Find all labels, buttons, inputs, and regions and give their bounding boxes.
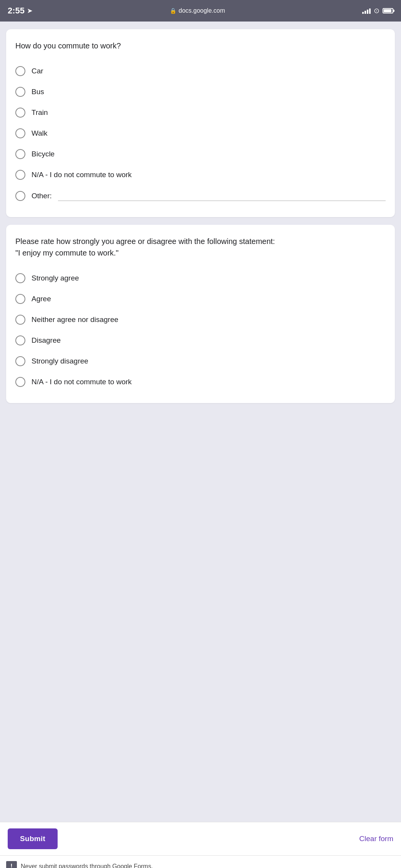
label-agree: Agree	[31, 295, 51, 303]
radio-train[interactable]	[15, 108, 25, 118]
bottom-bar: Submit Clear form	[0, 822, 401, 855]
question-1-text: How do you commute to work?	[15, 40, 386, 51]
submit-button[interactable]: Submit	[8, 828, 58, 849]
radio-disagree[interactable]	[15, 335, 25, 345]
label-walk: Walk	[31, 129, 48, 138]
warning-bar: ! Never submit passwords through Google …	[0, 855, 401, 868]
option-na2[interactable]: N/A - I do not commute to work	[15, 372, 386, 392]
option-agree[interactable]: Agree	[15, 289, 386, 309]
label-disagree: Disagree	[31, 336, 61, 345]
question-2-text: Please rate how strongly you agree or di…	[15, 236, 386, 259]
option-strongly-agree[interactable]: Strongly agree	[15, 268, 386, 289]
radio-strongly-agree[interactable]	[15, 273, 25, 283]
option-walk[interactable]: Walk	[15, 123, 386, 144]
battery-icon	[383, 8, 393, 13]
radio-bus[interactable]	[15, 87, 25, 97]
option-strongly-disagree[interactable]: Strongly disagree	[15, 351, 386, 372]
question-1-card: How do you commute to work? Car Bus Trai…	[6, 29, 395, 217]
lock-icon: 🔒	[170, 8, 176, 14]
option-neither[interactable]: Neither agree nor disagree	[15, 309, 386, 330]
label-neither: Neither agree nor disagree	[31, 315, 118, 324]
label-car: Car	[31, 67, 43, 75]
page-content: How do you commute to work? Car Bus Trai…	[0, 22, 401, 822]
radio-car[interactable]	[15, 66, 25, 76]
option-other[interactable]: Other:	[15, 185, 386, 206]
radio-strongly-disagree[interactable]	[15, 356, 25, 366]
status-bar: 2:55 ➤ 🔒 docs.google.com ⊙	[0, 0, 401, 22]
label-other: Other:	[31, 192, 52, 200]
status-time: 2:55	[8, 6, 25, 16]
option-disagree[interactable]: Disagree	[15, 330, 386, 351]
option-na[interactable]: N/A - I do not commute to work	[15, 164, 386, 185]
radio-agree[interactable]	[15, 294, 25, 304]
clear-form-button[interactable]: Clear form	[359, 835, 393, 843]
radio-walk[interactable]	[15, 128, 25, 138]
signal-bars-icon	[362, 8, 371, 14]
option-car[interactable]: Car	[15, 61, 386, 81]
status-bar-right: ⊙	[362, 7, 393, 15]
option-bus[interactable]: Bus	[15, 81, 386, 102]
warning-icon: !	[6, 861, 17, 868]
label-na2: N/A - I do not commute to work	[31, 378, 132, 386]
radio-na2[interactable]	[15, 377, 25, 387]
location-icon: ➤	[27, 7, 33, 15]
option-train[interactable]: Train	[15, 102, 386, 123]
label-strongly-disagree: Strongly disagree	[31, 357, 88, 365]
label-strongly-agree: Strongly agree	[31, 274, 79, 282]
radio-neither[interactable]	[15, 315, 25, 325]
status-bar-center: 🔒 docs.google.com	[170, 7, 225, 14]
label-na: N/A - I do not commute to work	[31, 171, 132, 179]
label-bicycle: Bicycle	[31, 150, 55, 158]
label-bus: Bus	[31, 88, 44, 96]
wifi-icon: ⊙	[374, 7, 379, 15]
question-2-card: Please rate how strongly you agree or di…	[6, 225, 395, 403]
other-text-input[interactable]	[58, 191, 386, 201]
warning-text: Never submit passwords through Google Fo…	[21, 863, 153, 868]
url-text: docs.google.com	[179, 7, 225, 14]
label-train: Train	[31, 108, 48, 117]
radio-bicycle[interactable]	[15, 149, 25, 159]
option-bicycle[interactable]: Bicycle	[15, 144, 386, 164]
radio-other[interactable]	[15, 191, 25, 201]
radio-na[interactable]	[15, 170, 25, 180]
status-bar-left: 2:55 ➤	[8, 6, 33, 16]
